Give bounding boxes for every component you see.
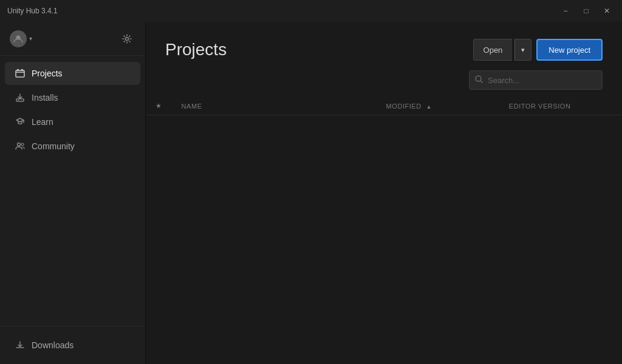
search-bar-row <box>146 70 622 97</box>
page-title: Projects <box>165 40 227 59</box>
star-icon: ★ <box>156 102 162 109</box>
table-header-row: ★ NAME MODIFIED ▲ EDITOR VERSION <box>146 97 622 115</box>
svg-point-7 <box>18 143 21 146</box>
content-area: Projects Open ▾ New project <box>146 22 622 364</box>
titlebar: Unity Hub 3.4.1 − □ ✕ <box>0 0 622 22</box>
table-container: ★ NAME MODIFIED ▲ EDITOR VERSION <box>146 97 622 364</box>
svg-point-9 <box>476 76 481 81</box>
close-button[interactable]: ✕ <box>599 5 615 17</box>
svg-rect-4 <box>21 69 23 71</box>
installs-icon <box>15 92 26 103</box>
sidebar: ▾ Projects <box>0 22 146 364</box>
col-header-name[interactable]: NAME <box>172 97 377 115</box>
table-header: ★ NAME MODIFIED ▲ EDITOR VERSION <box>146 97 622 115</box>
col-header-modified[interactable]: MODIFIED ▲ <box>377 97 499 115</box>
app-title: Unity Hub 3.4.1 <box>7 7 58 15</box>
sidebar-item-projects[interactable]: Projects <box>5 62 140 85</box>
svg-rect-2 <box>16 70 24 77</box>
open-button[interactable]: Open <box>473 39 513 61</box>
sidebar-item-projects-label: Projects <box>32 69 63 78</box>
learn-icon <box>15 116 26 127</box>
open-dropdown-button[interactable]: ▾ <box>514 39 531 61</box>
sidebar-bottom: Downloads <box>0 326 145 364</box>
projects-icon <box>15 68 26 79</box>
svg-rect-3 <box>17 69 19 71</box>
content-header: Projects Open ▾ New project <box>146 22 622 70</box>
col-header-editor: EDITOR VERSION <box>499 97 622 115</box>
downloads-icon <box>15 340 26 351</box>
new-project-button[interactable]: New project <box>536 39 603 61</box>
sidebar-item-community-label: Community <box>32 141 75 151</box>
main-layout: ▾ Projects <box>0 22 622 364</box>
minimize-button[interactable]: − <box>558 5 573 17</box>
svg-point-8 <box>21 143 24 146</box>
window-controls: − □ ✕ <box>558 5 615 17</box>
sidebar-item-community[interactable]: Community <box>5 135 140 158</box>
sidebar-item-downloads[interactable]: Downloads <box>5 334 140 357</box>
account-area[interactable]: ▾ <box>10 30 32 47</box>
account-chevron-icon: ▾ <box>29 35 32 42</box>
search-wrapper <box>469 70 603 90</box>
settings-button[interactable] <box>118 30 135 47</box>
sidebar-item-learn-label: Learn <box>32 117 53 127</box>
header-actions: Open ▾ New project <box>473 39 603 61</box>
search-input[interactable] <box>469 70 603 90</box>
svg-point-1 <box>126 37 129 40</box>
sidebar-item-installs-label: Installs <box>32 93 58 103</box>
community-icon <box>15 141 26 152</box>
sidebar-item-downloads-label: Downloads <box>32 340 73 350</box>
sidebar-nav: Projects Installs <box>0 56 145 326</box>
projects-table: ★ NAME MODIFIED ▲ EDITOR VERSION <box>146 97 622 115</box>
sidebar-item-installs[interactable]: Installs <box>5 86 140 109</box>
col-header-star: ★ <box>146 97 172 115</box>
sort-asc-icon: ▲ <box>426 104 431 110</box>
search-icon <box>475 75 483 85</box>
avatar <box>10 30 27 47</box>
sidebar-item-learn[interactable]: Learn <box>5 110 140 133</box>
sidebar-top: ▾ <box>0 22 145 56</box>
maximize-button[interactable]: □ <box>578 5 594 17</box>
open-chevron-icon: ▾ <box>521 46 525 54</box>
svg-rect-5 <box>16 99 24 101</box>
svg-point-6 <box>18 99 19 101</box>
